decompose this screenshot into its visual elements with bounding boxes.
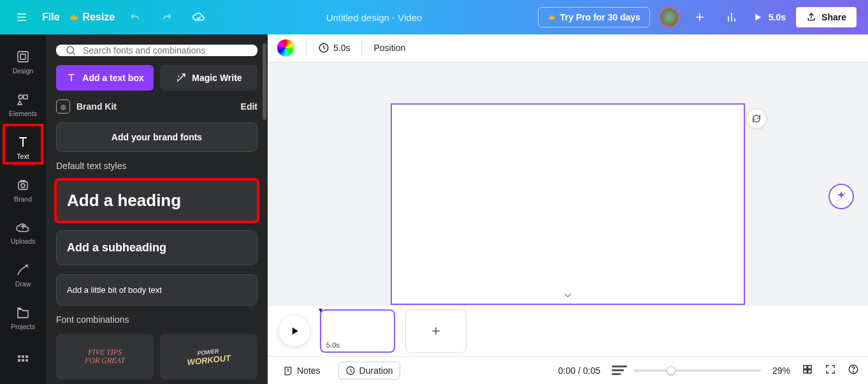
rail-draw-label: Draw	[15, 280, 31, 288]
default-styles-label: Default text styles	[56, 161, 257, 171]
rail-design-label: Design	[13, 67, 34, 75]
notes-button[interactable]: Notes	[277, 362, 327, 379]
svg-rect-8	[25, 355, 28, 358]
tool-rail: Design Elements Text Brand Uploads Draw …	[0, 34, 46, 384]
divider	[306, 40, 307, 55]
help-icon[interactable]	[848, 364, 859, 377]
svg-rect-6	[18, 355, 20, 358]
page-duration-value: 5.0s	[333, 43, 350, 53]
position-button[interactable]: Position	[373, 43, 405, 53]
rail-uploads-label: Uploads	[11, 237, 36, 245]
bottom-bar: Notes Duration 0:00 / 0:05 29%	[268, 356, 868, 384]
present-button[interactable]: 5.0s	[752, 11, 786, 23]
resize-label: Resize	[83, 11, 115, 23]
present-duration: 5.0s	[769, 12, 786, 22]
collapse-timeline-icon[interactable]	[562, 290, 574, 304]
zoom-thumb[interactable]	[667, 366, 676, 375]
document-title[interactable]: Untitled design - Video	[219, 12, 529, 23]
add-text-label: Add a text box	[82, 73, 143, 83]
rail-apps[interactable]	[0, 340, 46, 380]
font-combo-1[interactable]: FIVE TIPS FOR GREAT	[56, 334, 154, 380]
svg-rect-11	[25, 359, 28, 362]
svg-rect-17	[804, 366, 807, 369]
grid-view-icon[interactable]	[802, 364, 813, 377]
add-subheading-button[interactable]: Add a subheading	[56, 230, 257, 265]
font-combo-2[interactable]: POWER WORKOUT	[160, 334, 257, 380]
svg-rect-19	[804, 370, 807, 373]
analytics-icon[interactable]	[720, 6, 743, 29]
text-panel: Add a text box Magic Write ◎ Brand Kit E…	[46, 34, 268, 384]
zoom-value[interactable]: 29%	[772, 366, 790, 376]
zoom-track[interactable]	[633, 369, 761, 372]
add-member-icon[interactable]	[688, 6, 711, 29]
magic-write-button[interactable]: Magic Write	[160, 65, 257, 91]
main-area: Design Elements Text Brand Uploads Draw …	[0, 34, 868, 384]
time-display: 0:00 / 0:05	[558, 366, 600, 376]
try-pro-button[interactable]: Try Pro for 30 days	[538, 7, 650, 27]
canvas-frame[interactable]	[391, 103, 745, 305]
duration-button[interactable]: Duration	[338, 362, 400, 380]
add-brand-fonts-button[interactable]: Add your brand fonts	[56, 122, 257, 152]
notes-label: Notes	[297, 366, 321, 376]
try-pro-label: Try Pro for 30 days	[560, 12, 640, 22]
svg-point-15	[837, 200, 839, 201]
fullscreen-icon[interactable]	[825, 364, 836, 377]
rail-draw[interactable]: Draw	[0, 255, 46, 295]
rail-text[interactable]: Text	[0, 128, 46, 168]
clock-icon	[345, 366, 356, 376]
add-heading-button[interactable]: Add a heading	[56, 180, 257, 221]
regenerate-icon[interactable]	[746, 108, 767, 129]
color-picker[interactable]	[277, 39, 294, 57]
panel-scrollbar[interactable]	[263, 43, 266, 120]
share-button[interactable]: Share	[795, 6, 858, 29]
rail-projects-label: Projects	[11, 323, 35, 330]
share-label: Share	[821, 12, 846, 22]
zoom-slider[interactable]	[612, 366, 761, 375]
cloud-sync-icon[interactable]	[187, 6, 210, 29]
brand-kit-icon: ◎	[56, 100, 70, 114]
context-toolbar: 5.0s Position	[268, 34, 868, 63]
svg-rect-10	[22, 359, 24, 362]
menu-icon[interactable]	[10, 6, 33, 29]
notes-icon	[283, 366, 293, 376]
rail-brand[interactable]: Brand	[0, 170, 46, 210]
page-duration-button[interactable]: 5.0s	[318, 42, 350, 54]
svg-point-12	[67, 47, 74, 54]
avatar[interactable]	[659, 7, 679, 27]
brand-kit-edit[interactable]: Edit	[241, 101, 257, 112]
resize-button[interactable]: Resize	[69, 11, 115, 23]
playhead-icon[interactable]: ▾	[319, 306, 322, 314]
add-page-button[interactable]	[405, 309, 467, 353]
timeline-clip[interactable]: ▾ 5.0s	[320, 309, 395, 353]
brand-kit-label: Brand Kit	[76, 101, 117, 112]
rail-text-label: Text	[17, 152, 29, 160]
stage[interactable]	[268, 63, 868, 305]
svg-rect-9	[18, 359, 20, 362]
search-icon	[65, 45, 76, 56]
brand-kit-row: ◎ Brand Kit Edit	[56, 100, 257, 114]
file-menu[interactable]: File	[42, 11, 60, 23]
font-combos-label: Font combinations	[56, 314, 257, 325]
timeline: ▾ 5.0s	[268, 305, 868, 356]
search-input-wrap[interactable]	[56, 45, 257, 56]
add-text-box-button[interactable]: Add a text box	[56, 65, 154, 91]
rail-elements[interactable]: Elements	[0, 85, 46, 125]
svg-rect-18	[808, 366, 811, 369]
rail-elements-label: Elements	[9, 110, 37, 117]
magic-write-label: Magic Write	[192, 73, 242, 83]
rail-uploads[interactable]: Uploads	[0, 212, 46, 253]
svg-rect-7	[22, 355, 24, 358]
timeline-play-button[interactable]	[279, 316, 310, 346]
ai-assistant-icon[interactable]	[828, 184, 854, 209]
rail-projects[interactable]: Projects	[0, 298, 46, 338]
redo-icon[interactable]	[156, 6, 178, 29]
duration-label: Duration	[359, 366, 393, 376]
zoom-stops-icon	[612, 366, 627, 375]
rail-design[interactable]: Design	[0, 42, 46, 82]
undo-icon[interactable]	[124, 6, 147, 29]
add-body-text-button[interactable]: Add a little bit of body text	[56, 274, 257, 306]
svg-rect-3	[24, 95, 27, 99]
search-input[interactable]	[83, 45, 249, 55]
combo-1-text: FIVE TIPS FOR GREAT	[85, 348, 125, 365]
svg-rect-4	[18, 182, 27, 189]
